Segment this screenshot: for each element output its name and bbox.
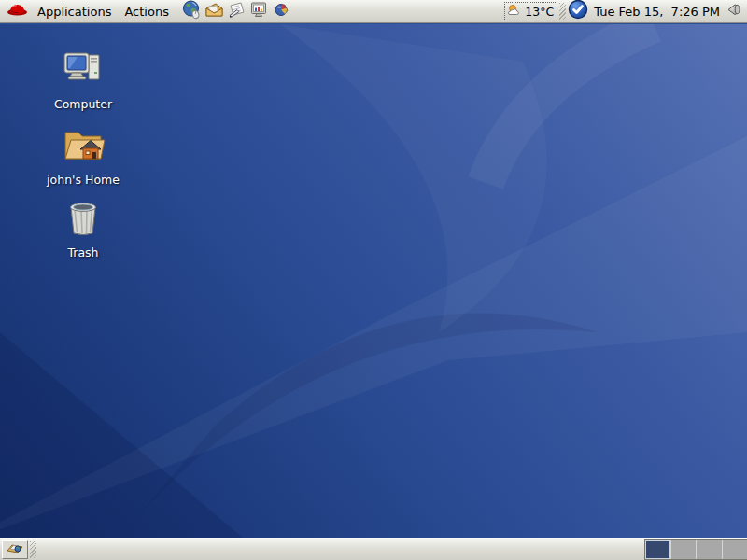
desktop-icon-label: Trash (67, 245, 98, 259)
desktop-icon-computer[interactable]: Computer (27, 49, 139, 112)
desktop-icon-home[interactable]: john's Home (27, 123, 139, 188)
workspace-2[interactable] (670, 540, 697, 559)
pie-chart-icon (272, 0, 291, 23)
web-browser-icon (182, 0, 202, 23)
workspace-3[interactable] (696, 540, 722, 559)
window-list-handle[interactable] (30, 541, 36, 558)
email-launcher[interactable] (204, 1, 225, 21)
show-desktop-icon (6, 540, 24, 559)
desktop-icon-label: john's Home (47, 173, 120, 187)
quick-launchers (181, 1, 293, 21)
actions-menu[interactable]: Actions (118, 2, 176, 21)
computer-icon (27, 49, 139, 94)
home-folder-icon (27, 123, 139, 170)
desktop-icon-label: Computer (54, 97, 112, 111)
desktop-area[interactable]: Computer john's Home (0, 24, 747, 538)
trash-icon (27, 198, 139, 243)
email-envelope-icon (204, 0, 224, 23)
redhat-main-menu-button[interactable] (4, 1, 31, 21)
spreadsheet-launcher[interactable] (272, 1, 292, 21)
show-desktop-button[interactable] (2, 540, 28, 559)
applications-menu[interactable]: Applications (31, 2, 118, 21)
workspace-1[interactable] (645, 540, 670, 559)
web-browser-launcher[interactable] (182, 1, 203, 21)
weather-temperature: 13°C (525, 5, 554, 19)
document-pen-icon (227, 0, 247, 23)
volume-applet[interactable] (726, 1, 742, 21)
update-check-icon (568, 0, 588, 23)
clock-applet[interactable]: Tue Feb 15, 7:26 PM (588, 5, 726, 19)
update-notifier-applet[interactable] (568, 0, 588, 23)
speaker-icon (726, 1, 742, 21)
desktop-screen: Applications Actions (0, 0, 747, 560)
presentation-launcher[interactable] (249, 1, 270, 21)
desktop-icon-trash[interactable]: Trash (27, 198, 139, 260)
applet-handle[interactable] (559, 3, 566, 20)
sun-cloud-icon (507, 3, 523, 21)
top-panel: Applications Actions (0, 0, 747, 23)
workspace-switcher (644, 539, 747, 560)
workspace-4[interactable] (722, 540, 747, 559)
monitor-chart-icon (249, 0, 269, 23)
word-processor-launcher[interactable] (227, 1, 247, 21)
redhat-fedora-icon (7, 2, 28, 21)
weather-applet[interactable]: 13°C (504, 2, 557, 21)
bottom-panel (0, 538, 747, 560)
